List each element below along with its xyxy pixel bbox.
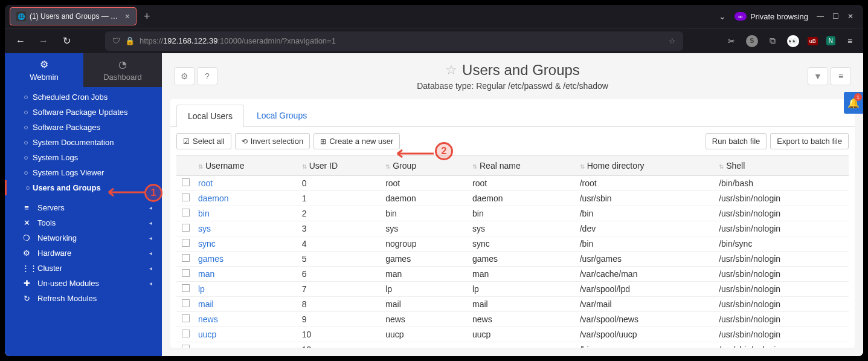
username-link[interactable]: sync [198,239,216,249]
username-cell[interactable]: proxy [194,342,298,348]
username-cell[interactable]: mail [194,297,298,312]
sidebar-item-software-packages[interactable]: Software Packages [5,120,162,135]
username-cell[interactable]: daemon [194,191,298,206]
username-cell[interactable]: uucp [194,327,298,342]
username-link[interactable]: bin [198,209,210,218]
extension-ublock-icon[interactable]: uB [808,37,818,45]
sidebar-tab-webmin[interactable]: ⚙ Webmin [5,53,83,87]
sidebar-item-system-logs-viewer[interactable]: System Logs Viewer [5,165,162,180]
row-checkbox[interactable] [182,284,190,292]
chevron-down-icon[interactable]: ⌄ [719,11,726,21]
sidebar-category-networking[interactable]: ❍Networking◂ [5,230,162,246]
username-cell[interactable]: lp [194,282,298,297]
username-link[interactable]: daemon [198,194,229,203]
browser-tab[interactable]: 🌐 (1) Users and Groups — Web × [10,7,137,25]
row-checkbox[interactable] [182,299,190,307]
help-button[interactable]: ? [197,67,217,85]
invert-selection-button[interactable]: ⟲Invert selection [235,133,310,149]
home-cell: /var/spool/news [576,312,715,327]
bookmark-star-icon[interactable]: ☆ [669,36,676,45]
column-header-shell[interactable]: ⇅Shell [715,156,849,176]
username-cell[interactable]: games [194,252,298,267]
sidebar-category-tools[interactable]: ✕Tools◂ [5,215,162,230]
row-checkbox[interactable] [182,345,190,348]
column-header-username[interactable]: ⇅Username [194,156,298,176]
column-header-home-directory[interactable]: ⇅Home directory [576,156,715,176]
extensions-icon[interactable]: ⧉ [767,35,779,47]
extension-eyes-icon[interactable]: 👀 [787,35,799,47]
username-cell[interactable]: news [194,312,298,327]
column-header-user-id[interactable]: ⇅User ID [298,156,382,176]
username-link[interactable]: root [198,178,213,188]
sidebar-item-software-package-updates[interactable]: Software Package Updates [5,105,162,120]
username-link[interactable]: man [198,269,214,279]
row-checkbox[interactable] [182,254,190,262]
home-cell: /usr/games [576,252,715,267]
row-checkbox[interactable] [182,314,190,322]
close-window-button[interactable]: ✕ [847,12,854,21]
row-checkbox[interactable] [182,209,190,216]
sidebar-category-cluster[interactable]: ⋮⋮Cluster◂ [5,261,162,276]
username-link[interactable]: uucp [198,330,216,339]
sidebar-item-label: Software Package Updates [33,108,128,117]
sidebar-category-hardware[interactable]: ⚙Hardware◂ [5,246,162,261]
row-checkbox[interactable] [182,178,190,186]
minimize-button[interactable]: — [817,12,824,21]
tab-local-groups[interactable]: Local Groups [245,104,318,126]
column-header-real-name[interactable]: ⇅Real name [469,156,576,176]
reload-button[interactable]: ↻ [58,33,75,50]
username-cell[interactable]: sys [194,221,298,236]
star-icon[interactable]: ☆ [445,62,457,78]
extension-s-icon[interactable]: S [746,35,758,47]
username-link[interactable]: sys [198,224,211,233]
url-input[interactable]: 🛡 🔒 https://192.168.122.39:10000/useradm… [105,31,683,51]
sidebar-item-system-logs[interactable]: System Logs [5,150,162,165]
notification-bell[interactable]: 🔔 1 [844,92,863,114]
group-cell: proxy [382,342,469,348]
run-batch-button[interactable]: Run batch file [706,133,767,149]
menu-icon[interactable]: ≡ [844,35,856,47]
realname-cell: news [469,312,576,327]
row-checkbox[interactable] [182,224,190,232]
username-link[interactable]: games [198,254,223,264]
row-checkbox[interactable] [182,330,190,337]
home-cell: /bin [576,236,715,252]
back-button[interactable]: ← [12,33,29,50]
tab-local-users[interactable]: Local Users [176,105,244,127]
sidebar-item-system-documentation[interactable]: System Documentation [5,135,162,150]
username-link[interactable]: proxy [198,345,219,348]
create-user-button[interactable]: ⊞Create a new user [313,133,400,149]
export-batch-button[interactable]: Export to batch file [770,133,849,149]
filter-button[interactable]: ▼ [808,67,828,85]
list-icon: ≡ [838,71,843,81]
row-checkbox[interactable] [182,239,190,247]
sidebar-tab-dashboard[interactable]: ◔ Dashboard [83,53,162,87]
username-cell[interactable]: man [194,267,298,282]
new-tab-button[interactable]: + [144,10,150,23]
username-cell[interactable]: root [194,176,298,191]
username-link[interactable]: mail [198,299,214,309]
sidebar-item-scheduled-cron-jobs[interactable]: Scheduled Cron Jobs [5,89,162,105]
extension-n-icon[interactable]: N [826,36,835,45]
row-checkbox[interactable] [182,269,190,277]
extension-icon[interactable]: ✂ [725,35,738,47]
sidebar-category-servers[interactable]: ≡Servers◂ [5,200,162,215]
row-checkbox[interactable] [182,194,190,201]
username-cell[interactable]: bin [194,206,298,221]
column-header-group[interactable]: ⇅Group [382,156,469,176]
username-link[interactable]: news [198,314,218,324]
userid-cell: 6 [298,267,382,282]
username-cell[interactable]: sync [194,236,298,252]
sidebar-item-label: Software Packages [33,123,100,132]
settings-button[interactable]: ⚙ [174,67,194,85]
close-tab-icon[interactable]: × [125,11,130,21]
list-button[interactable]: ≡ [831,67,851,85]
select-all-button[interactable]: ☑Select all [176,133,231,149]
tab-title: (1) Users and Groups — Web [30,12,121,21]
sidebar-item-users-and-groups[interactable]: Users and Groups [5,180,162,195]
sidebar-category-refresh-modules[interactable]: ↻Refresh Modules [5,291,162,306]
username-link[interactable]: lp [198,284,205,294]
sidebar-category-un-used-modules[interactable]: ✚Un-used Modules◂ [5,276,162,291]
forward-button[interactable]: → [35,33,52,50]
maximize-button[interactable]: ☐ [832,12,839,21]
